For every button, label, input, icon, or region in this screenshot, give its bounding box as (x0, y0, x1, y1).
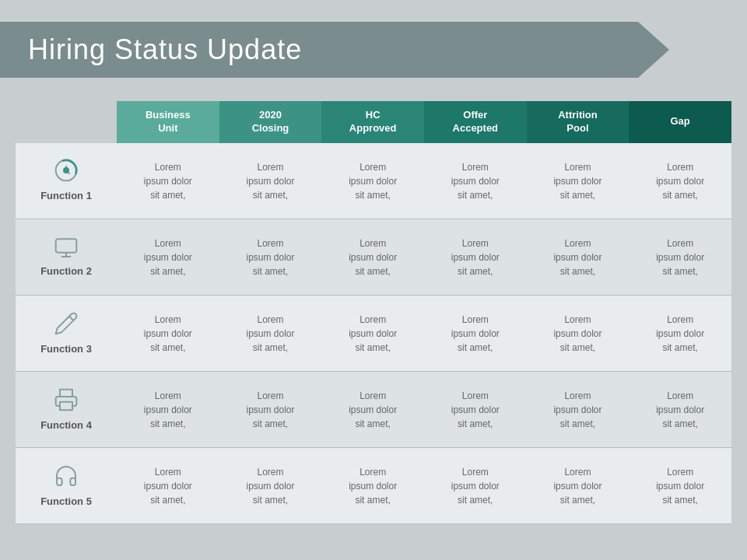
cell-text-r1-c2: Lorem ipsum dolor sit amet, (246, 162, 294, 201)
cell-r5-c5: Lorem ipsum dolor sit amet, (527, 448, 630, 524)
function-icon-3 (19, 311, 114, 339)
cell-r3-c5: Lorem ipsum dolor sit amet, (527, 296, 630, 372)
svg-point-1 (63, 167, 69, 173)
cell-text-r1-c5: Lorem ipsum dolor sit amet, (553, 162, 601, 201)
cell-text-r5-c6: Lorem ipsum dolor sit amet, (656, 467, 704, 506)
cell-r2-c1: Lorem ipsum dolor sit amet, (117, 219, 219, 296)
cell-text-r4-c4: Lorem ipsum dolor sit amet, (451, 390, 500, 429)
cell-r2-c5: Lorem ipsum dolor sit amet, (527, 219, 630, 296)
cell-text-r1-c6: Lorem ipsum dolor sit amet, (656, 162, 704, 201)
svg-rect-2 (56, 239, 77, 252)
th-offer-accepted: OfferAccepted (424, 101, 527, 143)
cell-r3-c2: Lorem ipsum dolor sit amet, (219, 296, 322, 372)
table-row: Function 5Lorem ipsum dolor sit amet,Lor… (16, 448, 731, 524)
cell-text-r5-c4: Lorem ipsum dolor sit amet, (451, 467, 500, 506)
table-body: Function 1Lorem ipsum dolor sit amet,Lor… (16, 143, 731, 524)
th-closing: 2020Closing (219, 101, 322, 143)
cell-r3-c3: Lorem ipsum dolor sit amet, (321, 296, 424, 372)
function-label-5: Function 5 (40, 495, 92, 507)
cell-text-r1-c4: Lorem ipsum dolor sit amet, (451, 162, 500, 201)
table-row: Function 1Lorem ipsum dolor sit amet,Lor… (16, 143, 731, 219)
table-container: BusinessUnit 2020Closing HCApproved Offe… (16, 101, 731, 544)
cell-r1-c6: Lorem ipsum dolor sit amet, (629, 143, 731, 219)
cell-r4-c5: Lorem ipsum dolor sit amet, (527, 372, 630, 448)
cell-text-r5-c1: Lorem ipsum dolor sit amet, (144, 467, 192, 506)
cell-text-r3-c4: Lorem ipsum dolor sit amet, (451, 314, 500, 353)
cell-text-r2-c3: Lorem ipsum dolor sit amet, (349, 238, 397, 277)
svg-rect-3 (60, 401, 72, 410)
cell-text-r4-c6: Lorem ipsum dolor sit amet, (656, 390, 704, 429)
function-label-2: Function 2 (40, 265, 92, 277)
cell-r5-c6: Lorem ipsum dolor sit amet, (629, 448, 731, 524)
cell-text-r3-c1: Lorem ipsum dolor sit amet, (144, 314, 192, 353)
cell-r4-c1: Lorem ipsum dolor sit amet, (117, 372, 219, 448)
function-label-4: Function 4 (40, 419, 92, 431)
function-label-3: Function 3 (40, 343, 92, 355)
cell-r2-c6: Lorem ipsum dolor sit amet, (629, 219, 731, 296)
cell-text-r3-c6: Lorem ipsum dolor sit amet, (656, 314, 704, 353)
cell-text-r1-c3: Lorem ipsum dolor sit amet, (349, 162, 397, 201)
cell-r5-c3: Lorem ipsum dolor sit amet, (321, 448, 424, 524)
th-attrition-pool: AttritionPool (527, 101, 630, 143)
cell-r1-c1: Lorem ipsum dolor sit amet, (117, 143, 219, 219)
th-hc-approved: HCApproved (321, 101, 424, 143)
cell-text-r2-c5: Lorem ipsum dolor sit amet, (553, 238, 601, 277)
title-banner: Hiring Status Update (0, 22, 638, 78)
table-row: Function 2Lorem ipsum dolor sit amet,Lor… (16, 219, 731, 296)
cell-r3-c1: Lorem ipsum dolor sit amet, (117, 296, 219, 372)
func-cell-1: Function 1 (16, 143, 117, 219)
function-icon-1 (19, 158, 114, 186)
cell-r5-c1: Lorem ipsum dolor sit amet, (117, 448, 219, 524)
cell-text-r2-c6: Lorem ipsum dolor sit amet, (656, 238, 704, 277)
cell-text-r3-c3: Lorem ipsum dolor sit amet, (349, 314, 397, 353)
function-icon-4 (19, 387, 114, 415)
table-row: Function 3Lorem ipsum dolor sit amet,Lor… (16, 296, 731, 372)
cell-r1-c4: Lorem ipsum dolor sit amet, (424, 143, 527, 219)
func-cell-5: Function 5 (16, 448, 117, 524)
cell-r3-c6: Lorem ipsum dolor sit amet, (629, 296, 731, 372)
cell-text-r4-c1: Lorem ipsum dolor sit amet, (144, 390, 192, 429)
function-icon-5 (19, 464, 114, 492)
cell-r3-c4: Lorem ipsum dolor sit amet, (424, 296, 527, 372)
cell-text-r5-c2: Lorem ipsum dolor sit amet, (246, 467, 294, 506)
cell-r2-c3: Lorem ipsum dolor sit amet, (321, 219, 424, 296)
func-cell-4: Function 4 (16, 372, 117, 448)
hiring-table: BusinessUnit 2020Closing HCApproved Offe… (16, 101, 731, 524)
cell-r1-c3: Lorem ipsum dolor sit amet, (321, 143, 424, 219)
cell-text-r4-c5: Lorem ipsum dolor sit amet, (553, 390, 601, 429)
cell-r4-c2: Lorem ipsum dolor sit amet, (219, 372, 322, 448)
th-business-unit: BusinessUnit (117, 101, 219, 143)
cell-r5-c2: Lorem ipsum dolor sit amet, (219, 448, 322, 524)
cell-r2-c4: Lorem ipsum dolor sit amet, (424, 219, 527, 296)
cell-text-r2-c2: Lorem ipsum dolor sit amet, (246, 238, 294, 277)
th-gap: Gap (629, 101, 731, 143)
function-icon-2 (19, 236, 114, 261)
th-function (16, 101, 117, 143)
cell-text-r3-c5: Lorem ipsum dolor sit amet, (553, 314, 601, 353)
func-cell-2: Function 2 (16, 219, 117, 296)
cell-r1-c2: Lorem ipsum dolor sit amet, (219, 143, 322, 219)
cell-text-r2-c1: Lorem ipsum dolor sit amet, (144, 238, 192, 277)
cell-r5-c4: Lorem ipsum dolor sit amet, (424, 448, 527, 524)
cell-text-r5-c3: Lorem ipsum dolor sit amet, (349, 467, 397, 506)
cell-r4-c3: Lorem ipsum dolor sit amet, (321, 372, 424, 448)
cell-text-r4-c3: Lorem ipsum dolor sit amet, (349, 390, 397, 429)
cell-text-r4-c2: Lorem ipsum dolor sit amet, (246, 390, 294, 429)
page-title: Hiring Status Update (28, 33, 302, 66)
cell-r1-c5: Lorem ipsum dolor sit amet, (527, 143, 630, 219)
cell-text-r3-c2: Lorem ipsum dolor sit amet, (246, 314, 294, 353)
cell-r2-c2: Lorem ipsum dolor sit amet, (219, 219, 322, 296)
cell-text-r1-c1: Lorem ipsum dolor sit amet, (144, 162, 192, 201)
func-cell-3: Function 3 (16, 296, 117, 372)
cell-text-r5-c5: Lorem ipsum dolor sit amet, (553, 467, 601, 506)
cell-r4-c6: Lorem ipsum dolor sit amet, (629, 372, 731, 448)
function-label-1: Function 1 (40, 190, 92, 201)
table-row: Function 4Lorem ipsum dolor sit amet,Lor… (16, 372, 731, 448)
cell-r4-c4: Lorem ipsum dolor sit amet, (424, 372, 527, 448)
cell-text-r2-c4: Lorem ipsum dolor sit amet, (451, 238, 500, 277)
table-header: BusinessUnit 2020Closing HCApproved Offe… (16, 101, 731, 143)
